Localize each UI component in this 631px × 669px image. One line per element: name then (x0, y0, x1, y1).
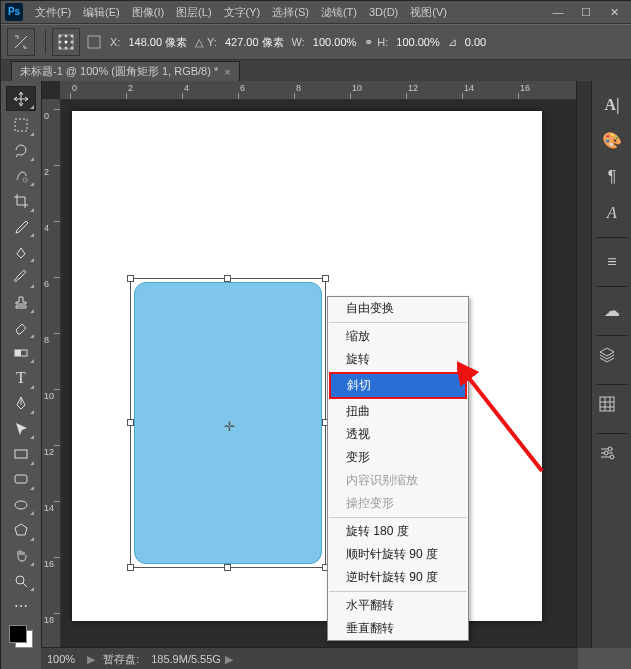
properties-panel-icon[interactable] (598, 444, 626, 472)
tab-close-icon[interactable]: × (224, 66, 230, 78)
context-menu: 自由变换 缩放 旋转 斜切 扭曲 透视 变形 内容识别缩放 操控变形 旋转 18… (327, 296, 469, 641)
x-value[interactable]: 148.00 像素 (128, 35, 187, 50)
ctx-flip-h[interactable]: 水平翻转 (328, 594, 468, 617)
marquee-tool-icon[interactable] (7, 113, 35, 136)
glyphs-panel-icon[interactable]: A (598, 199, 626, 227)
document-tab[interactable]: 未标题-1 @ 100% (圆角矩形 1, RGB/8) * × (11, 61, 240, 82)
svg-rect-11 (15, 119, 27, 131)
zoom-tool-icon[interactable] (7, 569, 35, 592)
ps-logo: Ps (5, 3, 23, 21)
eyedropper-tool-icon[interactable] (7, 215, 35, 238)
svg-point-4 (59, 41, 62, 44)
w-value[interactable]: 100.00% (313, 36, 356, 48)
menu-image[interactable]: 图像(I) (126, 3, 170, 22)
stamp-tool-icon[interactable] (7, 291, 35, 314)
angle-value[interactable]: 0.00 (465, 36, 486, 48)
delta-icon[interactable]: △ (195, 36, 203, 49)
right-panel: A| 🎨 ¶ A ≡ ☁ (591, 81, 631, 648)
quick-select-tool-icon[interactable] (7, 164, 35, 187)
swatches-panel-icon[interactable]: 🎨 (598, 127, 626, 155)
win-close[interactable]: ✕ (600, 2, 628, 22)
status-bar: 100% ▶ 暂存盘: 185.9M/5.55G ▶ (41, 647, 578, 669)
brush-tool-icon[interactable] (7, 265, 35, 288)
path-select-tool-icon[interactable] (7, 417, 35, 440)
menu-file[interactable]: 文件(F) (29, 3, 77, 22)
bbox-handle[interactable] (224, 275, 231, 282)
win-max[interactable]: ☐ (572, 2, 600, 22)
bbox-handle[interactable] (224, 564, 231, 571)
ellipse-tool-icon[interactable] (7, 493, 35, 516)
scratch-value: 185.9M/5.55G (151, 653, 221, 665)
h-label: H: (377, 36, 388, 48)
zoom-level[interactable]: 100% (47, 653, 75, 665)
tool-panel: T ⋯ (1, 81, 42, 648)
h-value[interactable]: 100.00% (396, 36, 439, 48)
canvas-area[interactable]: 0246810121416 024681012141618 ✛ 自由变换 缩放 … (42, 81, 576, 648)
link-icon[interactable]: ⚭ (364, 36, 373, 49)
svg-rect-14 (15, 350, 21, 356)
hand-tool-icon[interactable] (7, 544, 35, 567)
svg-rect-15 (15, 450, 27, 458)
ruler-top[interactable]: 0246810121416 (60, 81, 576, 100)
ctx-rotate[interactable]: 旋转 (328, 348, 468, 371)
move-tool-icon[interactable] (6, 86, 36, 111)
ctx-rotate-180[interactable]: 旋转 180 度 (328, 520, 468, 543)
lasso-tool-icon[interactable] (7, 139, 35, 162)
ctx-warp[interactable]: 变形 (328, 446, 468, 469)
svg-point-7 (59, 47, 62, 50)
ctx-skew[interactable]: 斜切 (331, 374, 465, 397)
libraries-panel-icon[interactable]: ☁ (598, 297, 626, 325)
menu-3d[interactable]: 3D(D) (363, 4, 404, 20)
healing-tool-icon[interactable] (7, 240, 35, 263)
ctx-perspective[interactable]: 透视 (328, 423, 468, 446)
bbox-center-icon: ✛ (224, 419, 235, 434)
adjustments-panel-icon[interactable]: ≡ (598, 248, 626, 276)
anchor-grid-icon[interactable] (52, 28, 80, 56)
bbox-handle[interactable] (322, 275, 329, 282)
rectangle-tool-icon[interactable] (7, 442, 35, 465)
svg-rect-19 (600, 397, 614, 411)
menu-view[interactable]: 视图(V) (404, 3, 453, 22)
menu-filter[interactable]: 滤镜(T) (315, 3, 363, 22)
pen-tool-icon[interactable] (7, 392, 35, 415)
bbox-handle[interactable] (127, 419, 134, 426)
polygon-tool-icon[interactable] (7, 518, 35, 541)
menu-type[interactable]: 文字(Y) (218, 3, 267, 22)
paragraph-panel-icon[interactable]: ¶ (598, 163, 626, 191)
svg-point-5 (65, 41, 68, 44)
menu-layer[interactable]: 图层(L) (170, 3, 217, 22)
ctx-flip-v[interactable]: 垂直翻转 (328, 617, 468, 640)
channels-panel-icon[interactable] (598, 395, 626, 423)
ctx-scale[interactable]: 缩放 (328, 325, 468, 348)
right-scrollbar[interactable] (576, 81, 591, 648)
ctx-puppet-warp: 操控变形 (328, 492, 468, 515)
ctx-rotate-cw[interactable]: 顺时针旋转 90 度 (328, 543, 468, 566)
character-panel-icon[interactable]: A| (598, 91, 626, 119)
ctx-rotate-ccw[interactable]: 逆时针旋转 90 度 (328, 566, 468, 589)
ctx-free-transform[interactable]: 自由变换 (328, 297, 468, 320)
bbox-handle[interactable] (127, 275, 134, 282)
type-tool-icon[interactable]: T (7, 366, 35, 389)
y-label: Y: (207, 36, 217, 48)
transform-bbox[interactable]: ✛ (130, 278, 326, 568)
svg-point-3 (71, 35, 74, 38)
edit-toolbar-icon[interactable]: ⋯ (7, 594, 35, 617)
color-swatch[interactable] (9, 625, 33, 648)
ruler-left[interactable]: 024681012141618 (42, 99, 61, 648)
svg-rect-10 (88, 36, 100, 48)
eraser-tool-icon[interactable] (7, 316, 35, 339)
bbox-handle[interactable] (127, 564, 134, 571)
gradient-tool-icon[interactable] (7, 341, 35, 364)
layers-panel-icon[interactable] (598, 346, 626, 374)
ctx-distort[interactable]: 扭曲 (328, 400, 468, 423)
rounded-rect-tool-icon[interactable] (7, 468, 35, 491)
crop-tool-icon[interactable] (7, 189, 35, 212)
win-min[interactable]: — (544, 2, 572, 22)
angle-icon: ⊿ (448, 36, 457, 49)
ratio-unchecked-icon[interactable] (84, 29, 104, 55)
menu-edit[interactable]: 编辑(E) (77, 3, 126, 22)
menu-select[interactable]: 选择(S) (266, 3, 315, 22)
y-value[interactable]: 427.00 像素 (225, 35, 284, 50)
ctx-skew-highlight: 斜切 (329, 372, 467, 399)
transform-icon[interactable] (7, 28, 35, 56)
